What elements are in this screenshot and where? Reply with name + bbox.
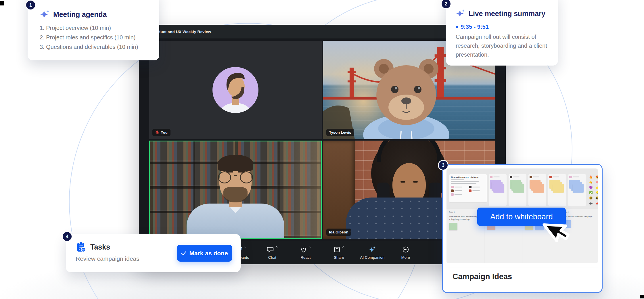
nameplate-name: You <box>161 130 168 135</box>
divider <box>446 267 598 267</box>
toolbar-label: More <box>401 255 410 260</box>
summary-time-range: 9:35 - 9:51 <box>456 24 552 30</box>
chevron-up-icon[interactable] <box>275 246 278 248</box>
page: Product and UX Weekly Review <box>0 0 644 299</box>
wb-note-stack <box>489 174 507 206</box>
more-icon <box>402 246 409 253</box>
check-icon <box>181 251 186 256</box>
agenda-item: 3. Questions and deliverables (10 min) <box>40 44 159 50</box>
share-screen-icon <box>333 246 341 253</box>
mark-as-done-button[interactable]: Mark as done <box>177 245 232 262</box>
wb-note-stack <box>548 174 566 206</box>
toolbar-label: AI Companion <box>360 255 385 260</box>
toolbar-item-share[interactable]: Share <box>327 246 351 260</box>
ai-companion-icon <box>368 246 376 254</box>
tasks-card: Tasks Review campaign ideas Mark as done <box>66 234 241 272</box>
wb-avatar <box>451 189 454 192</box>
crop-mark-bottom-right <box>640 295 644 298</box>
avatar-circle <box>212 67 258 113</box>
wb-avatar <box>469 189 471 192</box>
toolbar-label: Chat <box>268 255 276 260</box>
toolbar-item-react[interactable]: React <box>293 246 318 260</box>
toolbar-item-more[interactable]: More <box>393 246 418 260</box>
badge-4: 4 <box>63 232 72 241</box>
tile-you: You <box>149 41 322 139</box>
crop-mark-top-left <box>0 1 4 5</box>
tasks-subtitle: Review campaign ideas <box>76 255 139 262</box>
wb-doc-card: New e-Commerce platform <box>449 174 487 202</box>
badge-3: 3 <box>439 161 448 170</box>
bullet-dot <box>456 26 458 28</box>
participants-count: 4 <box>240 246 242 250</box>
woman-eye <box>413 181 418 183</box>
meeting-agenda-card: Meeting agenda 1. Project overview (10 m… <box>28 0 159 60</box>
toolbar-label: React <box>301 255 311 260</box>
toolbar-item-chat[interactable]: Chat <box>260 246 285 260</box>
wb-avatar <box>451 193 454 196</box>
nameplate-you: You <box>152 129 170 136</box>
heart-icon <box>300 246 307 253</box>
chat-icon <box>267 246 274 253</box>
nameplate-name: Ida Gibson <box>329 230 348 234</box>
toolbar-item-ai-companion[interactable]: AI Companion <box>360 246 385 260</box>
man-hair <box>218 155 253 171</box>
avatar-man-illustration <box>212 67 258 113</box>
tasks-clipboard-icon <box>76 241 87 252</box>
summary-body: Campaign roll out will consist of resear… <box>456 32 552 59</box>
nameplate-name: Tyson Lewis <box>329 130 351 135</box>
wb-sticky <box>449 223 457 230</box>
agenda-item: 2. Project roles and specifics (10 min) <box>40 34 159 41</box>
meeting-title: Product and UX Weekly Review <box>152 30 211 34</box>
toolbar-label: Share <box>334 255 344 260</box>
wb-emoji-grid: 🔥😍 🤙🧠 💜⭐ ✅💡 😊😂 ➕📣 <box>589 174 598 206</box>
wb-avatar <box>469 186 471 188</box>
wb-note-stack <box>528 174 546 206</box>
agenda-title: Meeting agenda <box>53 10 107 19</box>
mic-muted-icon <box>155 130 159 135</box>
wb-doc-title: New e-Commerce platform <box>451 176 485 179</box>
chevron-up-icon[interactable] <box>308 246 311 248</box>
chevron-up-icon[interactable] <box>244 246 246 248</box>
wb-note-stack <box>509 174 526 206</box>
headphones-band-icon <box>377 141 441 162</box>
nameplate-tyson: Tyson Lewis <box>326 129 354 136</box>
ai-sparkle-icon <box>456 9 465 18</box>
nameplate-ida: Ida Gibson <box>326 229 351 236</box>
wb-avatar <box>451 186 454 188</box>
man-beard <box>223 187 248 202</box>
whiteboard-card: New e-Commerce platform <box>442 164 603 293</box>
wb-note-stack <box>568 174 586 206</box>
ai-sparkle-icon <box>40 9 50 20</box>
badge-1: 1 <box>26 1 35 9</box>
tile-active-speaker <box>149 141 322 239</box>
woman-eye <box>400 181 405 183</box>
whiteboard-title: Campaign Ideas <box>453 272 512 281</box>
chevron-up-icon[interactable] <box>342 246 345 248</box>
cursor-arrow-icon <box>542 214 576 249</box>
live-meeting-summary-card: Live meeting summary 9:35 - 9:51 Campaig… <box>446 0 558 66</box>
agenda-item: 1. Project overview (10 min) <box>40 25 159 31</box>
summary-title: Live meeting summary <box>469 9 545 18</box>
tasks-title: Tasks <box>90 243 110 251</box>
agenda-list: 1. Project overview (10 min) 2. Project … <box>40 25 159 50</box>
glasses <box>218 171 253 183</box>
